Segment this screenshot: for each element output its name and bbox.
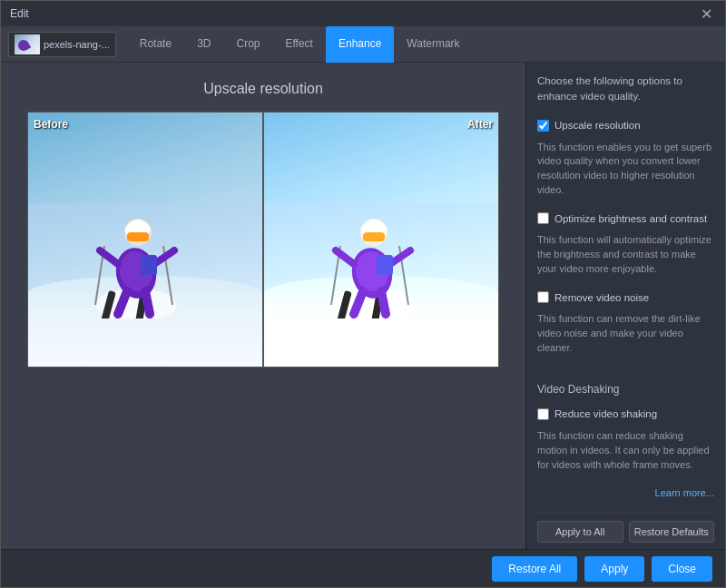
noise-label[interactable]: Remove video noise	[554, 292, 649, 303]
upscale-desc: This function enables you to get superb …	[537, 141, 714, 199]
close-button[interactable]: Close	[652, 556, 712, 582]
svg-rect-25	[377, 255, 393, 275]
svg-line-27	[381, 291, 386, 314]
deshake-option-row: Reduce video shaking	[537, 408, 714, 420]
svg-rect-8	[127, 232, 149, 241]
file-thumbnail: pexels-nang-...	[8, 32, 116, 57]
preview-title: Upscale resolution	[203, 81, 323, 97]
after-label: After	[467, 118, 493, 131]
tab-3d[interactable]: 3D	[184, 26, 223, 63]
before-image	[28, 113, 262, 367]
thumbnail-image	[15, 34, 40, 54]
enhance-intro: Choose the following options to enhance …	[537, 74, 714, 105]
left-panel: Upscale resolution Before	[1, 63, 525, 549]
tab-watermark[interactable]: Watermark	[394, 26, 472, 63]
tab-effect[interactable]: Effect	[272, 26, 325, 63]
content-area: Upscale resolution Before	[1, 63, 725, 549]
restore-all-button[interactable]: Restore All	[492, 556, 577, 582]
brightness-label[interactable]: Optimize brightness and contrast	[554, 213, 707, 224]
edit-window: Edit ✕ pexels-nang-... Rotate 3D Crop Ef…	[0, 0, 726, 588]
preview-after: After	[264, 113, 498, 367]
window-close-button[interactable]: ✕	[697, 5, 716, 23]
upscale-option-row: Upscale resolution	[537, 120, 714, 132]
skier-figure-after	[327, 173, 436, 321]
right-panel: Choose the following options to enhance …	[525, 63, 725, 549]
upscale-label[interactable]: Upscale resolution	[554, 120, 641, 131]
deshaking-title: Video Deshaking	[537, 383, 714, 396]
file-name: pexels-nang-...	[44, 39, 110, 50]
before-label: Before	[34, 118, 68, 131]
tab-bar: pexels-nang-... Rotate 3D Crop Effect En…	[1, 26, 725, 63]
deshake-checkbox[interactable]	[537, 408, 549, 420]
title-bar: Edit ✕	[1, 1, 725, 26]
svg-rect-22	[363, 232, 385, 241]
brightness-desc: This function will automatically optimiz…	[537, 233, 714, 277]
deshake-desc: This function can reduce shaking motion …	[537, 429, 714, 473]
preview-container: Before	[27, 112, 499, 368]
noise-checkbox[interactable]	[537, 291, 549, 303]
after-image	[264, 113, 498, 367]
brightness-checkbox[interactable]	[537, 212, 549, 224]
apply-to-all-button[interactable]: Apply to All	[537, 521, 623, 543]
tab-crop[interactable]: Crop	[223, 26, 272, 63]
noise-option-row: Remove video noise	[537, 291, 714, 303]
tab-rotate[interactable]: Rotate	[127, 26, 184, 63]
svg-line-13	[145, 291, 150, 314]
noise-desc: This function can remove the dirt-like v…	[537, 312, 714, 356]
bottom-bar: Restore All Apply Close	[1, 549, 725, 587]
window-title: Edit	[10, 7, 29, 20]
apply-defaults-row: Apply to All Restore Defaults	[537, 513, 714, 543]
skier-figure-before	[91, 173, 200, 321]
deshake-label[interactable]: Reduce video shaking	[554, 408, 657, 419]
learn-more-link[interactable]: Learn more...	[537, 487, 714, 498]
restore-defaults-button[interactable]: Restore Defaults	[629, 521, 715, 543]
brightness-option-row: Optimize brightness and contrast	[537, 212, 714, 224]
tab-enhance[interactable]: Enhance	[326, 26, 394, 63]
svg-rect-11	[141, 255, 157, 275]
preview-before: Before	[28, 113, 262, 367]
upscale-checkbox[interactable]	[537, 120, 549, 132]
apply-button[interactable]: Apply	[584, 556, 644, 582]
